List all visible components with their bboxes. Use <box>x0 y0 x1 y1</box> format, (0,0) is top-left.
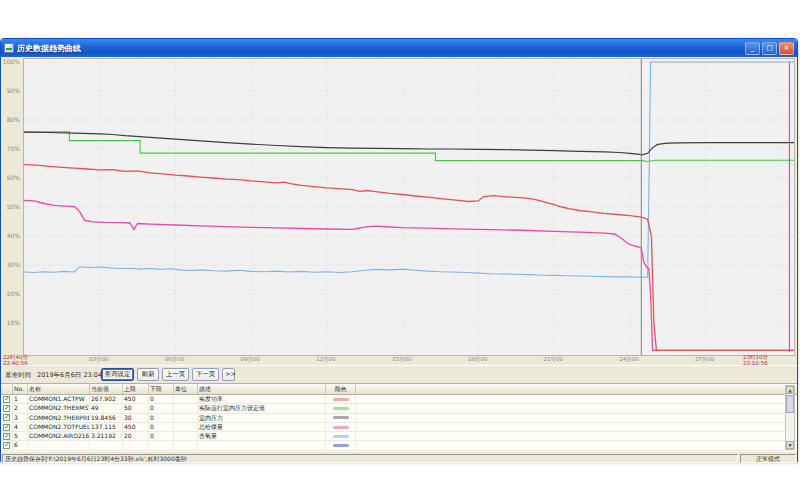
status-bar: 历史趋势保存到'F:\2019年6月6日23时4分33秒.xls',耗时3000… <box>1 451 797 464</box>
column-header[interactable]: 下限 <box>149 384 174 394</box>
row-checkbox[interactable]: ✓ <box>3 424 10 431</box>
more-button[interactable]: >> <box>222 368 235 381</box>
cell-lower-limit: 0 <box>149 395 174 403</box>
cell-name: COMMON2.TOTFUEL <box>28 423 90 431</box>
color-swatch <box>333 426 349 429</box>
x-tick-label: 03分00 <box>86 356 112 363</box>
cell-no: 6 <box>13 441 28 449</box>
column-header[interactable]: 单位 <box>174 384 198 394</box>
series-line <box>24 165 794 351</box>
prev-page-button[interactable]: 上一页 <box>162 368 189 381</box>
table-row[interactable]: ✓6 <box>1 441 797 450</box>
cell-no: 4 <box>13 423 28 431</box>
y-tick-label: 80% <box>1 116 20 123</box>
toolbar: 基准时间 2019年6月6日 23:04:33 查询设定 刷新 上一页 下一页 … <box>1 365 797 384</box>
y-tick-label: 70% <box>1 145 20 152</box>
cell: ✓ <box>1 441 13 449</box>
y-tick-label: 30% <box>1 261 20 268</box>
cell <box>326 423 356 431</box>
cell <box>326 432 356 440</box>
cell-lower-limit: 0 <box>149 423 174 431</box>
next-page-button[interactable]: 下一页 <box>192 368 219 381</box>
maximize-button[interactable]: □ <box>762 42 777 55</box>
table-row[interactable]: ✓5COMMON2.AIRO2163.21192200含氧量 <box>1 432 797 441</box>
color-swatch <box>333 444 349 447</box>
cell-unit <box>174 441 198 449</box>
cell-no: 2 <box>13 404 28 412</box>
table-row[interactable]: ✓3COMMON2.THERPRESS19.8456300室内压力 <box>1 414 797 423</box>
cell: ✓ <box>1 395 13 403</box>
tag-table: No.名称当前值上限下限单位描述颜色 ✓1COMMON1.ACTPW267.90… <box>1 383 797 452</box>
column-header-blank[interactable] <box>356 384 797 394</box>
minimize-button[interactable]: _ <box>745 42 760 55</box>
x-tick-label: 12分00 <box>313 356 339 363</box>
column-header-blank[interactable] <box>1 384 13 394</box>
column-header[interactable]: 名称 <box>28 384 90 394</box>
trend-plot[interactable] <box>23 58 795 356</box>
cell-blank <box>356 414 797 422</box>
row-checkbox[interactable]: ✓ <box>3 414 10 421</box>
cell-blank <box>356 441 797 449</box>
cell-upper-limit: 50 <box>123 404 149 412</box>
cell-name: COMMON2.AIRO216 <box>28 432 90 440</box>
cell: ✓ <box>1 414 13 422</box>
cell-blank <box>356 423 797 431</box>
color-swatch <box>333 435 349 438</box>
x-tick-label: 15分00 <box>389 356 415 363</box>
color-swatch <box>333 398 349 401</box>
cell-name: COMMON2.THERPRESS <box>28 414 90 422</box>
y-tick-label: 20% <box>1 290 20 297</box>
cell-lower-limit: 0 <box>149 414 174 422</box>
row-checkbox[interactable]: ✓ <box>3 396 10 403</box>
chart-area: 100%90%80%70%60%50%40%30%20%10% 03分0006分… <box>1 57 797 365</box>
series-line <box>24 62 794 277</box>
query-settings-button[interactable]: 查询设定 <box>101 368 134 381</box>
column-header[interactable]: 描述 <box>198 384 326 394</box>
table-row[interactable]: ✓1COMMON1.ACTPW267.9024500实发功率 <box>1 395 797 404</box>
table-scrollbar[interactable]: ▲ ▼ <box>785 385 795 450</box>
cell-unit <box>174 423 198 431</box>
scroll-down-icon[interactable]: ▼ <box>786 441 794 449</box>
column-header[interactable]: 颜色 <box>326 384 356 394</box>
cell: ✓ <box>1 404 13 412</box>
y-tick-label: 60% <box>1 174 20 181</box>
cell <box>326 441 356 449</box>
titlebar[interactable]: 历史数据趋势曲线 _ □ × <box>1 39 797 57</box>
column-header[interactable]: 上限 <box>123 384 149 394</box>
series-line <box>24 132 794 155</box>
history-trend-window: 历史数据趋势曲线 _ □ × 100%90%80%70%60%50%40%30%… <box>0 38 798 462</box>
cell-description <box>198 441 326 449</box>
status-message: 历史趋势保存到'F:\2019年6月6日23时4分33秒.xls',耗时3000… <box>2 454 738 463</box>
cell <box>326 414 356 422</box>
cell-blank <box>356 432 797 440</box>
y-tick-label: 50% <box>1 203 20 210</box>
color-swatch <box>333 416 349 419</box>
column-header[interactable]: 当前值 <box>90 384 123 394</box>
cell-upper-limit: 450 <box>123 423 149 431</box>
cell-description: 总给煤量 <box>198 423 326 431</box>
column-header[interactable]: No. <box>13 384 28 394</box>
scroll-up-icon[interactable]: ▲ <box>786 386 794 394</box>
cell-no: 3 <box>13 414 28 422</box>
cell-blank <box>356 395 797 403</box>
cell: ✓ <box>1 423 13 431</box>
series-line <box>24 200 794 350</box>
row-checkbox[interactable]: ✓ <box>3 405 10 412</box>
cell-unit <box>174 395 198 403</box>
cell-name <box>28 441 90 449</box>
cell-unit <box>174 404 198 412</box>
close-button[interactable]: × <box>779 42 794 55</box>
window-title: 历史数据趋势曲线 <box>17 43 743 54</box>
row-checkbox[interactable]: ✓ <box>3 442 10 449</box>
base-time-label: 基准时间 <box>5 371 31 380</box>
app-icon <box>4 43 14 53</box>
y-tick-label: 40% <box>1 232 20 239</box>
table-row[interactable]: ✓4COMMON2.TOTFUEL137.1154500总给煤量 <box>1 423 797 432</box>
cell-lower-limit: 0 <box>149 432 174 440</box>
table-body: ✓1COMMON1.ACTPW267.9024500实发功率✓2COMMON2.… <box>1 395 797 452</box>
refresh-button[interactable]: 刷新 <box>137 368 159 381</box>
scrollbar-thumb[interactable] <box>786 395 794 413</box>
row-checkbox[interactable]: ✓ <box>3 433 10 440</box>
table-row[interactable]: ✓2COMMON2.THERMSTPT49500实际运行室内压力设定值 <box>1 404 797 413</box>
cell-description: 含氧量 <box>198 432 326 440</box>
